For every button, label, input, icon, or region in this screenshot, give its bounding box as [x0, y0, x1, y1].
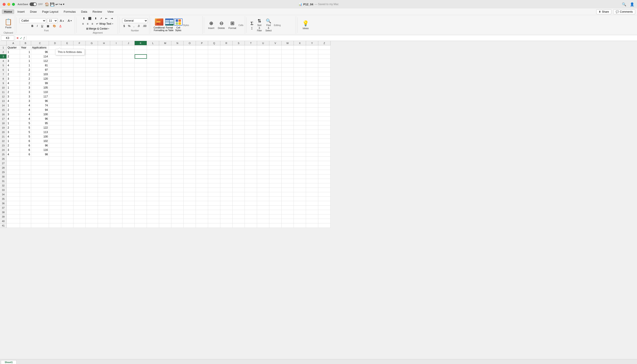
cell-B19[interactable]: 5	[20, 126, 31, 130]
percent-button[interactable]: %	[127, 24, 132, 28]
cell-N10[interactable]	[171, 86, 184, 90]
cell-I35[interactable]	[110, 197, 122, 201]
cell-C19[interactable]: 122	[31, 126, 49, 130]
cell-U37[interactable]	[257, 206, 269, 210]
cell-L14[interactable]	[147, 103, 159, 108]
cell-E28[interactable]	[61, 166, 74, 170]
cell-P38[interactable]	[196, 210, 208, 214]
cell-G38[interactable]	[86, 210, 98, 214]
row-num-23[interactable]: 23	[0, 143, 7, 148]
cell-V24[interactable]	[269, 148, 282, 152]
cell-H19[interactable]	[98, 126, 110, 130]
cell-Y16[interactable]	[306, 112, 318, 116]
cell-Q4[interactable]	[208, 59, 220, 63]
cell-N38[interactable]	[171, 210, 184, 214]
cell-J18[interactable]	[122, 121, 135, 126]
cell-B38[interactable]	[20, 210, 31, 214]
cell-L40[interactable]	[147, 219, 159, 224]
cell-R11[interactable]	[220, 90, 233, 94]
cell-Q9[interactable]	[208, 81, 220, 86]
align-center-button[interactable]: ≡	[86, 21, 90, 26]
cell-N13[interactable]	[171, 99, 184, 103]
cell-F28[interactable]	[74, 166, 86, 170]
cell-K5[interactable]	[135, 63, 147, 68]
cell-O28[interactable]	[184, 166, 196, 170]
cell-I36[interactable]	[110, 201, 122, 206]
cell-E17[interactable]	[61, 116, 74, 121]
cell-F17[interactable]	[74, 116, 86, 121]
cell-M29[interactable]	[159, 170, 171, 174]
cell-A5[interactable]: 4	[7, 63, 20, 68]
cell-G31[interactable]	[86, 179, 98, 183]
cell-V39[interactable]	[269, 214, 282, 219]
cell-P17[interactable]	[196, 116, 208, 121]
cell-Q1[interactable]	[208, 46, 220, 50]
cell-D34[interactable]	[49, 192, 61, 197]
cell-L41[interactable]	[147, 224, 159, 228]
cell-O30[interactable]	[184, 174, 196, 179]
cell-N27[interactable]	[171, 161, 184, 166]
cell-T17[interactable]	[245, 116, 257, 121]
cell-U30[interactable]	[257, 174, 269, 179]
cell-O15[interactable]	[184, 108, 196, 112]
cell-Y30[interactable]	[306, 174, 318, 179]
cell-L27[interactable]	[147, 161, 159, 166]
cell-F39[interactable]	[74, 214, 86, 219]
cell-M11[interactable]	[159, 90, 171, 94]
cell-Z15[interactable]	[318, 108, 331, 112]
cell-A29[interactable]	[7, 170, 20, 174]
cell-V33[interactable]	[269, 188, 282, 192]
cell-Q41[interactable]	[208, 224, 220, 228]
cell-S33[interactable]	[233, 188, 245, 192]
col-header-O[interactable]: O	[184, 41, 196, 46]
cell-U26[interactable]	[257, 157, 269, 161]
cell-H21[interactable]	[98, 134, 110, 139]
cell-F10[interactable]	[74, 86, 86, 90]
cell-C2[interactable]: 96	[31, 50, 49, 54]
cell-S6[interactable]	[233, 68, 245, 72]
cell-E8[interactable]	[61, 76, 74, 81]
cell-X7[interactable]	[294, 72, 306, 76]
cell-P6[interactable]	[196, 68, 208, 72]
cell-T34[interactable]	[245, 192, 257, 197]
row-num-38[interactable]: 38	[0, 210, 7, 214]
cell-G35[interactable]	[86, 197, 98, 201]
cell-F32[interactable]	[74, 183, 86, 188]
cell-V30[interactable]	[269, 174, 282, 179]
col-header-P[interactable]: P	[196, 41, 208, 46]
cell-E33[interactable]	[61, 188, 74, 192]
cell-S38[interactable]	[233, 210, 245, 214]
cell-P20[interactable]	[196, 130, 208, 134]
cell-G6[interactable]	[86, 68, 98, 72]
cell-N6[interactable]	[171, 68, 184, 72]
cell-V29[interactable]	[269, 170, 282, 174]
cell-W29[interactable]	[282, 170, 294, 174]
increase-decimal-button[interactable]: .00	[141, 24, 148, 28]
cell-X18[interactable]	[294, 121, 306, 126]
cell-H14[interactable]	[98, 103, 110, 108]
cell-E39[interactable]	[61, 214, 74, 219]
cell-O16[interactable]	[184, 112, 196, 116]
row-num-32[interactable]: 32	[0, 183, 7, 188]
cell-I11[interactable]	[110, 90, 122, 94]
cell-K13[interactable]	[135, 99, 147, 103]
cell-Y12[interactable]	[306, 94, 318, 99]
cell-Q15[interactable]	[208, 108, 220, 112]
cell-H11[interactable]	[98, 90, 110, 94]
cell-P13[interactable]	[196, 99, 208, 103]
cell-T35[interactable]	[245, 197, 257, 201]
cell-A23[interactable]: 2	[7, 143, 20, 148]
cell-O3[interactable]	[184, 54, 196, 59]
cell-H20[interactable]	[98, 130, 110, 134]
cell-X22[interactable]	[294, 139, 306, 143]
cell-I16[interactable]	[110, 112, 122, 116]
cell-L33[interactable]	[147, 188, 159, 192]
cell-D4[interactable]	[49, 59, 61, 63]
cell-A21[interactable]: 4	[7, 134, 20, 139]
cell-W12[interactable]	[282, 94, 294, 99]
row-num-7[interactable]: 7	[0, 72, 7, 76]
row-num-2[interactable]: 2	[0, 50, 7, 54]
row-num-5[interactable]: 5	[0, 63, 7, 68]
cell-B16[interactable]: 4	[20, 112, 31, 116]
cell-W33[interactable]	[282, 188, 294, 192]
